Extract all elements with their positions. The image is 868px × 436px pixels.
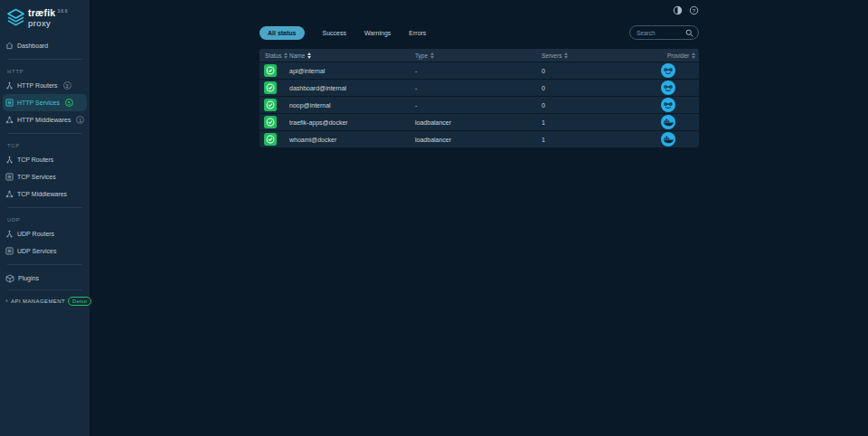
service-name: traefik-apps@docker xyxy=(289,119,415,126)
service-type: - xyxy=(415,102,542,109)
service-name: noop@internal xyxy=(289,102,415,109)
sidebar-item-tcp-services[interactable]: TCP Services xyxy=(0,168,90,185)
topbar-actions: ? xyxy=(673,5,699,15)
sidebar-item-label: API MANAGEMENT xyxy=(11,299,65,304)
brand-name: træfik xyxy=(28,8,55,18)
brand-logo[interactable]: træfik 3.6.6 proxy xyxy=(0,0,90,34)
sidebar-item-udp-services[interactable]: UDP Services xyxy=(0,242,90,260)
sidebar-item-label: TCP Services xyxy=(17,174,56,180)
sidebar-item-udp-routers[interactable]: UDP Routers xyxy=(0,225,90,242)
traefik-provider-icon xyxy=(661,81,675,95)
sort-icon xyxy=(564,52,568,59)
search-icon xyxy=(685,29,693,37)
table-row[interactable]: whoami@docker loadbalancer 1 xyxy=(259,131,699,147)
column-header-name[interactable]: Name xyxy=(289,52,415,59)
servers-count: 0 xyxy=(542,85,661,91)
sidebar-item-plugins[interactable]: Plugins xyxy=(0,270,90,287)
sidebar-item-http-routers[interactable]: HTTP Routers 3 xyxy=(0,77,90,94)
search-input[interactable] xyxy=(637,30,685,36)
sort-icon xyxy=(307,52,311,59)
tab-errors[interactable]: Errors xyxy=(409,26,426,40)
table-row[interactable]: dashboard@internal - 0 xyxy=(259,80,699,96)
services-icon xyxy=(5,173,14,181)
sidebar-item-api-management[interactable]: › API MANAGEMENT Demo xyxy=(0,294,90,308)
divider xyxy=(7,59,82,60)
traefik-logo-icon xyxy=(7,8,24,28)
sidebar-item-dashboard[interactable]: Dashboard xyxy=(0,37,90,54)
column-header-status[interactable]: Status xyxy=(259,52,289,59)
service-type: - xyxy=(415,68,542,74)
success-status-icon xyxy=(264,81,277,94)
table-row[interactable]: noop@internal - 0 xyxy=(259,97,699,113)
table-header: Status Name Type Servers Provider xyxy=(259,49,699,62)
servers-count: 1 xyxy=(542,137,661,143)
sort-icon xyxy=(430,52,434,59)
sidebar-item-label: TCP Middlewares xyxy=(17,191,67,197)
sort-icon xyxy=(284,52,288,59)
tab-success[interactable]: Success xyxy=(323,26,346,40)
help-icon[interactable]: ? xyxy=(689,5,699,15)
docker-provider-icon xyxy=(661,132,675,147)
sort-icon xyxy=(692,52,695,59)
brand-product: proxy xyxy=(28,19,68,28)
divider xyxy=(7,133,82,134)
sidebar-item-http-services[interactable]: HTTP Services 5 xyxy=(3,94,87,111)
success-status-icon xyxy=(264,133,277,146)
docker-provider-icon xyxy=(661,115,675,129)
sidebar-item-label: Dashboard xyxy=(17,43,48,49)
traefik-provider-icon xyxy=(661,98,675,112)
routers-icon xyxy=(5,81,14,90)
status-filter-tabs: All status Success Warnings Errors xyxy=(259,26,426,40)
version-label: 3.6.6 xyxy=(57,9,67,14)
service-name: api@internal xyxy=(289,68,415,74)
traefik-provider-icon xyxy=(661,63,675,78)
sidebar-item-tcp-middlewares[interactable]: TCP Middlewares xyxy=(0,185,90,203)
sidebar-item-http-middlewares[interactable]: HTTP Middlewares 1 xyxy=(0,111,90,128)
divider xyxy=(7,207,82,208)
count-badge: 5 xyxy=(65,99,73,107)
routers-icon xyxy=(5,156,14,164)
table-row[interactable]: traefik-apps@docker loadbalancer 1 xyxy=(259,114,699,130)
success-status-icon xyxy=(264,116,277,128)
sidebar-item-label: TCP Routers xyxy=(17,156,53,163)
section-title-tcp: TCP xyxy=(0,138,90,151)
main-content: ? All status Success Warnings Errors Sta… xyxy=(259,0,699,436)
column-header-servers[interactable]: Servers xyxy=(542,52,661,59)
count-badge: 1 xyxy=(76,116,84,124)
table-row[interactable]: api@internal - 0 xyxy=(259,62,699,79)
sidebar: træfik 3.6.6 proxy Dashboard HTTP HTTP R… xyxy=(0,0,90,436)
sidebar-item-tcp-routers[interactable]: TCP Routers xyxy=(0,151,90,168)
routers-icon xyxy=(5,230,14,238)
column-header-type[interactable]: Type xyxy=(415,52,542,59)
service-type: loadbalancer xyxy=(415,137,542,143)
services-icon xyxy=(5,99,14,107)
sidebar-item-label: UDP Routers xyxy=(17,231,54,237)
sidebar-item-label: HTTP Services xyxy=(17,100,60,106)
divider xyxy=(7,289,82,290)
sidebar-item-label: UDP Services xyxy=(17,248,56,254)
plugins-icon xyxy=(5,274,14,283)
service-name: whoami@docker xyxy=(289,137,415,143)
services-table: Status Name Type Servers Provider api@in… xyxy=(259,49,699,147)
success-status-icon xyxy=(264,64,277,77)
services-icon xyxy=(5,247,14,255)
svg-text:?: ? xyxy=(693,8,696,14)
divider xyxy=(7,264,82,265)
home-icon xyxy=(5,42,14,50)
success-status-icon xyxy=(264,99,277,111)
section-title-udp: UDP xyxy=(0,213,90,225)
servers-count: 0 xyxy=(542,102,661,109)
demo-badge: Demo xyxy=(68,297,91,306)
tab-warnings[interactable]: Warnings xyxy=(364,26,391,40)
column-header-provider[interactable]: Provider xyxy=(661,52,699,59)
service-type: - xyxy=(415,85,542,91)
tab-all-status[interactable]: All status xyxy=(259,26,305,40)
servers-count: 1 xyxy=(542,119,661,126)
service-type: loadbalancer xyxy=(415,119,542,126)
search-box[interactable] xyxy=(629,25,699,40)
sidebar-item-label: HTTP Middlewares xyxy=(17,117,71,123)
sidebar-item-label: HTTP Routers xyxy=(17,82,58,89)
theme-toggle-icon[interactable] xyxy=(673,5,683,15)
section-title-http: HTTP xyxy=(0,64,90,77)
middlewares-icon xyxy=(5,190,14,198)
